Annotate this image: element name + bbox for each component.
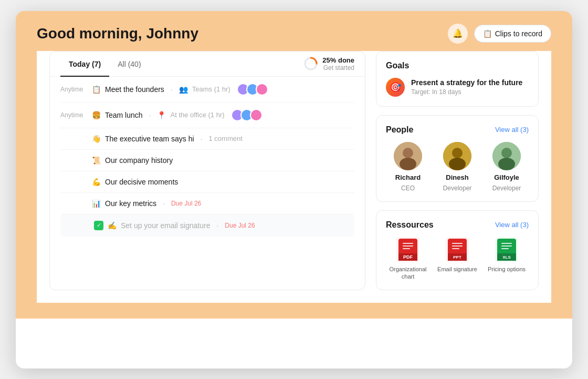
task-meta-icon: 📍 [157, 111, 166, 119]
resources-section-header: Ressources View all (3) [386, 220, 529, 230]
person-card: Dinesh Developer [435, 142, 479, 192]
svg-rect-20 [452, 243, 463, 244]
resource-icon-ppt: PPT [446, 237, 469, 262]
people-section-header: People View all (3) [386, 125, 529, 135]
tab-all[interactable]: All (40) [109, 52, 149, 77]
table-row: 👋 The executive team says hi · 1 comment [60, 128, 354, 150]
task-emoji: 🍔 [92, 111, 101, 119]
avatar [492, 142, 521, 170]
people-view-all[interactable]: View all (3) [495, 126, 529, 134]
task-meta: Teams (1 hr) [192, 85, 230, 93]
resources-view-all[interactable]: View all (3) [495, 221, 529, 229]
tabs-left: Today (7) All (40) [60, 52, 150, 76]
table-row: ✓ ✍️ Set up your email signature · Due J… [60, 214, 354, 237]
svg-point-9 [501, 148, 512, 158]
task-meta-icon: 👥 [179, 85, 188, 94]
header-actions: 🔔 📋 Clips to record [448, 24, 551, 44]
task-emoji: 📊 [92, 199, 101, 208]
clips-button[interactable]: 📋 Clips to record [474, 25, 551, 43]
task-emoji: 📋 [92, 85, 101, 94]
bell-button[interactable]: 🔔 [448, 24, 468, 44]
person-avatar-img [443, 142, 471, 170]
resource-icon-pdf: PDF [396, 237, 419, 262]
resource-item: XLS Pricing options [485, 237, 529, 281]
person-name: Richard [395, 173, 421, 181]
clips-label: Clips to record [495, 29, 542, 38]
person-avatar-img [394, 142, 422, 170]
completed-checkbox[interactable]: ✓ [94, 221, 103, 230]
task-emoji: 👋 [92, 135, 101, 143]
person-role: Developer [443, 185, 472, 192]
greeting: Good morning, Johnny [37, 25, 198, 42]
svg-point-10 [498, 158, 515, 170]
bell-icon: 🔔 [453, 28, 463, 38]
svg-text:PDF: PDF [403, 254, 413, 260]
banner-header: Good morning, Johnny 🔔 📋 Clips to record [37, 24, 551, 44]
tab-today[interactable]: Today (7) [60, 52, 109, 77]
svg-rect-16 [403, 248, 410, 249]
svg-text:PPT: PPT [453, 255, 461, 260]
person-role: Developer [492, 185, 521, 192]
task-emoji: 📜 [92, 156, 101, 165]
goal-target: Target: In 18 days [411, 88, 461, 96]
progress-text: 25% done Get started [322, 56, 354, 71]
task-due: Due Jul 26 [171, 200, 201, 207]
person-role: CEO [401, 185, 415, 192]
task-time: Anytime [60, 86, 92, 93]
task-due: Due Jul 26 [225, 222, 255, 229]
svg-text:XLS: XLS [502, 255, 511, 260]
svg-point-3 [403, 148, 413, 158]
progress-ring [303, 56, 318, 71]
resource-item: PPT Email signature [435, 237, 479, 281]
goals-card: Goals 🎯 Present a strategy for the futur… [376, 51, 539, 107]
people-grid: Richard CEO Dinesh [386, 142, 529, 192]
svg-rect-26 [501, 243, 512, 244]
task-content: 📋 Meet the founders · 👥 Teams (1 hr) [92, 83, 354, 96]
task-avatars [237, 83, 268, 96]
avatar [250, 109, 262, 121]
task-content: 🍔 Team lunch · 📍 At the office (1 hr) [92, 109, 354, 121]
resources-card: Ressources View all (3) PDF [376, 210, 539, 291]
svg-rect-21 [452, 245, 463, 247]
task-title: Our company history [105, 156, 173, 165]
task-title: Our key metrics [105, 199, 156, 208]
tasks-list: Anytime 📋 Meet the founders · 👥 Teams (1… [50, 77, 365, 237]
tabs-bar: Today (7) All (40) 25% done Get started [50, 52, 365, 77]
task-content: 📜 Our company history [92, 156, 354, 165]
task-avatars [231, 109, 262, 121]
ppt-file-icon: PPT [448, 239, 467, 261]
goal-title: Present a strategy for the future [411, 78, 522, 87]
avatar [443, 142, 471, 170]
clips-icon: 📋 [483, 29, 492, 38]
task-title: Our decisive moments [105, 178, 178, 186]
task-content: 👋 The executive team says hi · 1 comment [92, 135, 354, 143]
pdf-file-icon: PDF [398, 239, 417, 261]
task-title: Team lunch [105, 111, 143, 119]
goals-title: Goals [386, 61, 529, 70]
resources-title: Ressources [386, 220, 434, 230]
svg-rect-15 [403, 245, 413, 247]
people-card: People View all (3) [376, 115, 539, 202]
avatar [394, 142, 422, 170]
svg-point-6 [452, 148, 463, 158]
table-row: 💪 Our decisive moments [60, 171, 354, 193]
task-time: Anytime [60, 111, 92, 119]
resource-item: PDF Organizational chart [386, 237, 430, 281]
main-content: Today (7) All (40) 25% done Get started [37, 51, 551, 303]
task-emoji: ✍️ [108, 221, 117, 230]
task-title: Meet the founders [105, 85, 164, 94]
top-banner: Good morning, Johnny 🔔 📋 Clips to record… [16, 11, 572, 319]
svg-rect-28 [501, 248, 509, 249]
table-row: 📜 Our company history [60, 150, 354, 171]
person-avatar-img [492, 142, 521, 170]
resource-name: Pricing options [488, 265, 526, 273]
svg-rect-14 [403, 243, 413, 244]
resource-name: Email signature [437, 265, 477, 273]
progress-percent: 25% done [322, 56, 354, 64]
task-title: Set up your email signature [121, 221, 210, 230]
svg-point-4 [400, 158, 416, 170]
goal-text: Present a strategy for the future Target… [411, 78, 522, 96]
progress-indicator: 25% done Get started [303, 56, 354, 71]
people-title: People [386, 125, 413, 135]
left-panel: Today (7) All (40) 25% done Get started [49, 51, 365, 291]
